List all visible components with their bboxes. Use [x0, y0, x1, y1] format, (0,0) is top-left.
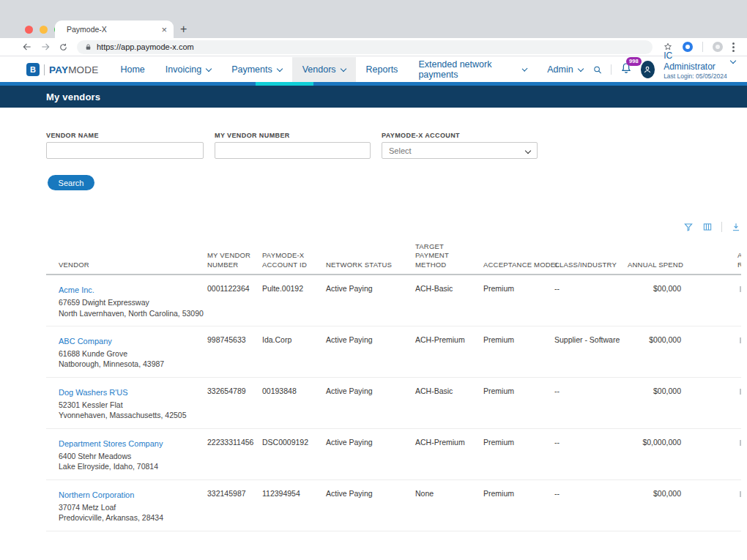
- my-vendor-number-input[interactable]: [215, 142, 371, 159]
- vendor-link[interactable]: Northern Corporation: [59, 490, 134, 499]
- vendor-address-line1: 67659 Dwight Expressway: [59, 297, 201, 307]
- cell-target-payment-method: ACH-Basic: [415, 385, 483, 395]
- user-name: IC Administrator: [664, 51, 726, 72]
- browser-tab-strip: Paymode-X × +: [0, 0, 747, 38]
- cell-class-industry: --: [554, 488, 628, 498]
- nav-item-home[interactable]: Home: [110, 57, 155, 82]
- vendor-address-line1: 6400 Stehr Meadows: [59, 451, 201, 461]
- cell-account-id: 00193848: [262, 385, 326, 395]
- logo-separator: [44, 64, 45, 75]
- new-tab-button[interactable]: +: [180, 23, 187, 36]
- table-row: Northern Corporation 37074 Metz Loaf Pre…: [46, 480, 741, 531]
- refresh-icon[interactable]: [59, 42, 68, 52]
- search-button[interactable]: Search: [48, 175, 94, 190]
- cell-target-payment-method: ACH-Premium: [415, 436, 483, 447]
- vendor-address-line2: Predovicville, Arkansas, 28434: [59, 512, 201, 523]
- browser-tab[interactable]: Paymode-X ×: [55, 20, 174, 38]
- chevron-down-icon: [276, 65, 282, 71]
- table-row: Dog Washers R'US 52301 Kessler Flat Yvon…: [46, 378, 741, 429]
- nav-item-invoicing[interactable]: Invoicing: [155, 57, 221, 82]
- cell-account-id: 112394954: [262, 488, 326, 498]
- chevron-down-icon: [525, 147, 531, 153]
- filter-icon[interactable]: [683, 222, 694, 232]
- paymode-account-select[interactable]: Select: [382, 142, 538, 159]
- window-minimize-button[interactable]: [40, 26, 48, 34]
- truncated-cell: [740, 389, 741, 395]
- search-icon[interactable]: [593, 64, 602, 75]
- paymode-account-field-group: PAYMODE-X ACCOUNT Select: [382, 132, 538, 159]
- forward-icon[interactable]: [40, 42, 51, 52]
- column-header-truncated: AR: [685, 251, 741, 269]
- vendor-name-label: VENDOR NAME: [46, 132, 204, 139]
- app-navbar: B PAYMODE Home Invoicing Payments Vendor…: [0, 57, 747, 82]
- vendor-link[interactable]: Acme Inc.: [59, 285, 94, 294]
- cell-target-payment-method: None: [415, 488, 483, 498]
- cell-class-industry: --: [554, 436, 628, 447]
- tab-close-icon[interactable]: ×: [161, 25, 167, 34]
- vendor-address-line1: 61688 Kunde Grove: [59, 348, 201, 359]
- cell-account-id: Pulte.00192: [262, 283, 326, 293]
- paymode-account-label: PAYMODE-X ACCOUNT: [382, 132, 538, 139]
- vendor-link[interactable]: Department Stores Company: [59, 439, 163, 448]
- table-row: Department Stores Company 6400 Stehr Mea…: [46, 429, 741, 480]
- column-header-target-payment-method: TARGET PAYMENT METHOD: [415, 242, 483, 269]
- column-header-class-industry: CLASS/INDUSTRY: [554, 261, 628, 269]
- cell-my-vendor-number: 332145987: [207, 488, 262, 498]
- cell-my-vendor-number: 998745633: [207, 334, 262, 344]
- nav-item-vendors[interactable]: Vendors: [292, 57, 356, 82]
- cell-my-vendor-number: 332654789: [207, 385, 262, 395]
- table-row: ABC Company 61688 Kunde Grove Natborough…: [46, 326, 741, 378]
- cell-annual-spend: $00,000: [628, 385, 685, 395]
- table-toolbar: [46, 221, 741, 233]
- truncated-cell: [740, 440, 741, 446]
- cell-acceptance-model: Premium: [483, 488, 554, 498]
- tab-title: Paymode-X: [67, 25, 161, 34]
- select-value: Select: [389, 146, 412, 155]
- cell-annual-spend: $000,000: [628, 334, 685, 344]
- vendors-table: VENDOR MY VENDOR NUMBER PAYMODE-X ACCOUN…: [46, 221, 741, 531]
- cell-annual-spend: $00,000: [628, 488, 685, 498]
- nav-item-reports[interactable]: Reports: [356, 57, 409, 82]
- window-close-button[interactable]: [25, 26, 33, 34]
- notifications-bell[interactable]: 998: [620, 62, 632, 77]
- vendor-link[interactable]: Dog Washers R'US: [59, 388, 128, 397]
- column-header-annual-spend: ANNUAL SPEND: [628, 261, 685, 269]
- page-title: My vendors: [46, 92, 100, 102]
- cell-annual-spend: $0,000,000: [628, 436, 685, 447]
- columns-icon[interactable]: [702, 222, 713, 232]
- cell-network-status: Active Paying: [326, 436, 415, 447]
- vendor-address-line1: 37074 Metz Loaf: [59, 502, 201, 512]
- cell-account-id: DSC0009192: [262, 436, 326, 447]
- truncated-cell: [740, 491, 741, 497]
- cell-my-vendor-number: 0001122364: [207, 283, 262, 293]
- chevron-down-icon: [340, 65, 346, 71]
- cell-acceptance-model: Premium: [483, 436, 554, 447]
- browser-toolbar: https://app.paymode-x.com: [0, 38, 747, 56]
- vendor-link[interactable]: ABC Company: [59, 337, 112, 346]
- nav-item-payments[interactable]: Payments: [221, 57, 292, 82]
- lock-icon: [84, 43, 92, 51]
- avatar[interactable]: [641, 61, 655, 78]
- column-header-acceptance-model: ACCEPTANCE MODEL: [483, 261, 554, 269]
- paymode-logo[interactable]: B PAYMODE: [26, 57, 98, 82]
- cell-network-status: Active Paying: [326, 283, 415, 293]
- download-icon[interactable]: [731, 222, 741, 232]
- cell-my-vendor-number: 22233311456: [207, 436, 262, 447]
- cell-class-industry: --: [554, 385, 628, 395]
- vendor-name-input[interactable]: [46, 142, 204, 159]
- search-form: VENDOR NAME MY VENDOR NUMBER PAYMODE-X A…: [46, 132, 747, 159]
- table-row: Acme Inc. 67659 Dwight Expressway North …: [46, 275, 741, 326]
- logo-b-icon: B: [26, 63, 40, 76]
- back-icon[interactable]: [22, 42, 32, 52]
- nav-item-extended-network-payments[interactable]: Extended network payments: [408, 57, 537, 82]
- cell-class-industry: Supplier - Software: [554, 334, 628, 344]
- cell-annual-spend: $00,000: [628, 283, 685, 293]
- truncated-cell: [740, 337, 741, 343]
- address-bar[interactable]: https://app.paymode-x.com: [77, 40, 653, 54]
- url-text: https://app.paymode-x.com: [97, 42, 194, 51]
- column-header-vendor: VENDOR: [46, 261, 207, 269]
- toolbar-divider: [721, 222, 722, 232]
- cell-account-id: Ida.Corp: [262, 334, 326, 344]
- nav-item-admin[interactable]: Admin: [537, 57, 592, 82]
- person-icon: [642, 64, 653, 75]
